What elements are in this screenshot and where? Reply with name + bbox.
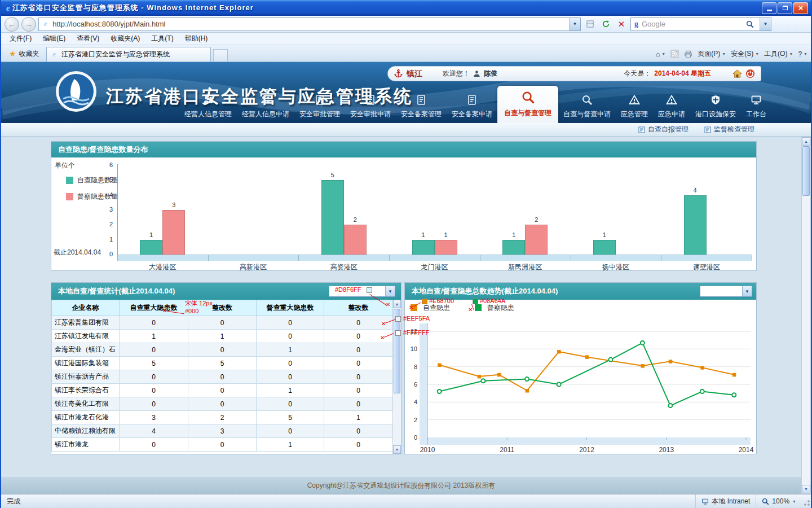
legend-swatch-self: [411, 304, 417, 311]
nav-item-selfcheck-supervision-mgmt[interactable]: 自查与督查管理: [497, 86, 558, 123]
nav-label: 安全审批管理: [299, 110, 340, 119]
bar-value-label: 1: [435, 231, 457, 238]
minimize-button[interactable]: [762, 2, 776, 14]
subnav-label: 自查自报管理: [648, 125, 689, 134]
people-icon: [202, 94, 214, 107]
scroll-down-icon[interactable]: ▼: [393, 445, 401, 454]
cell-value: 5: [188, 357, 257, 370]
home-button[interactable]: ⌂▼: [656, 50, 665, 58]
table-row[interactable]: 镇江奇美化工有限0000: [52, 397, 393, 411]
chevron-down-icon[interactable]: ▼: [742, 286, 752, 296]
date-label: 今天是：: [624, 69, 651, 78]
table-row[interactable]: 镇江市港龙0010: [52, 438, 393, 452]
subnav-item-self-report-mgmt[interactable]: 自查自报管理: [638, 125, 689, 134]
table-row[interactable]: 中储粮镇江粮油有限4300: [52, 424, 393, 438]
nav-label: 经营人信息申请: [242, 110, 289, 119]
menu-help[interactable]: 帮助(H): [180, 33, 213, 45]
logout-power-icon[interactable]: [745, 69, 755, 78]
page-scrollbar[interactable]: ▲ ▼: [801, 137, 811, 494]
nav-item-emergency-mgmt[interactable]: 应急管理: [616, 91, 653, 123]
nav-item-workbench[interactable]: 工作台: [741, 91, 771, 123]
table-row[interactable]: 镇江恒泰沥青产品0000: [52, 370, 393, 384]
search-dropdown-button[interactable]: ▼: [760, 18, 771, 30]
y-tick-label: 0: [99, 251, 113, 257]
page-menu-button[interactable]: 页面(P)▼: [698, 49, 726, 59]
page-footer: Copyright@江苏省交通规划设计院股份有限公司 2013版权所有: [1, 477, 801, 494]
address-field[interactable]: e http://localhost:8080/yjpt/Main.html ▼: [38, 17, 581, 31]
page-favicon-icon: e: [42, 20, 49, 28]
bar-panel-title: 自查隐患/督查隐患数量分布: [58, 144, 148, 155]
stop-button[interactable]: ✕: [615, 17, 628, 31]
compatibility-view-button[interactable]: [583, 17, 597, 31]
svg-text:10: 10: [411, 345, 417, 352]
safety-menu-button[interactable]: 安全(S)▼: [731, 49, 759, 59]
nav-item-port-facility-security[interactable]: 港口设施保安: [690, 91, 741, 123]
grid-doc-icon: [638, 126, 645, 133]
warning-triangle-icon: [666, 94, 677, 107]
nav-item-operator-info-mgmt[interactable]: 经营人信息管理: [179, 91, 237, 123]
help-menu-button[interactable]: ?▼: [798, 50, 807, 58]
refresh-button[interactable]: [599, 17, 612, 31]
zoom-level: 100%: [772, 497, 789, 505]
chevron-down-icon[interactable]: ▼: [385, 286, 395, 296]
nav-item-selfcheck-supervision-apply[interactable]: 自查与督查申请: [558, 91, 616, 123]
menu-view[interactable]: 查看(V): [72, 33, 104, 45]
search-submit-button[interactable]: [744, 18, 756, 30]
new-tab-button[interactable]: [213, 49, 228, 62]
app-header: 江苏省港口安全监管与应急管理系统 镇江 欢迎您！ 陈俊 今天是： 2014-04…: [1, 62, 811, 123]
nav-item-safety-approval-mgmt[interactable]: 安全审批管理: [294, 91, 345, 123]
svg-text:2: 2: [414, 417, 417, 423]
svg-text:2014: 2014: [739, 446, 754, 454]
rss-feed-icon[interactable]: [670, 50, 679, 58]
close-button[interactable]: ×: [793, 2, 808, 14]
tab-active[interactable]: e 江苏省港口安全监管与应急管理系统: [46, 47, 211, 62]
nav-item-safety-record-apply[interactable]: 安全备案申请: [447, 91, 497, 123]
table-row[interactable]: 镇江港国际集装箱5500: [52, 357, 393, 370]
restore-button[interactable]: [778, 2, 792, 14]
scroll-down-icon[interactable]: ▼: [802, 485, 810, 493]
table-panel-header: 本地自查/督查统计(截止2014.04.04) ▼: [51, 283, 401, 300]
resize-grip[interactable]: [802, 494, 811, 508]
menu-edit[interactable]: 编辑(E): [38, 33, 70, 45]
table-panel-title: 本地自查/督查统计(截止2014.04.04): [58, 286, 175, 296]
table-row[interactable]: 江苏索普集团有限0000: [52, 316, 393, 330]
nav-item-safety-approval-apply[interactable]: 安全审批申请: [345, 91, 396, 123]
favorites-button[interactable]: ★ 收藏夹: [5, 47, 44, 60]
address-dropdown-button[interactable]: ▼: [569, 18, 580, 30]
user-name[interactable]: 陈俊: [484, 69, 497, 78]
table-row[interactable]: 镇江市港龙石化港3251: [52, 411, 393, 424]
nav-item-safety-record-mgmt[interactable]: 安全备案管理: [396, 91, 447, 123]
scroll-up-icon[interactable]: ▲: [393, 300, 401, 308]
portal-home-icon[interactable]: [732, 69, 742, 78]
subnav-item-supervision-check-mgmt[interactable]: 监督检查管理: [704, 125, 754, 134]
scroll-thumb[interactable]: [802, 146, 810, 196]
menu-tools[interactable]: 工具(T): [146, 33, 178, 45]
tools-menu-button[interactable]: 工具(O)▼: [764, 49, 793, 59]
stats-table-panel: 本地自查/督查统计(截止2014.04.04) ▼ 企业名称 自查重大隐患数 整…: [51, 282, 401, 454]
scroll-up-icon[interactable]: ▲: [802, 137, 810, 146]
print-icon[interactable]: [684, 50, 692, 58]
bar-self: [684, 195, 707, 255]
nav-item-emergency-apply[interactable]: 应急申请: [653, 91, 690, 123]
page-content: 自查隐患/督查隐患数量分布 单位个 自查隐患数量 督察隐患数量 截止2014.0…: [1, 137, 811, 494]
status-zoom[interactable]: 100% ▼: [756, 494, 802, 508]
table-row[interactable]: 镇江李长荣综合石0010: [52, 384, 393, 397]
back-button[interactable]: ←: [5, 17, 19, 32]
menu-favorites[interactable]: 收藏夹(A): [105, 33, 145, 45]
table-filter-select[interactable]: ▼: [329, 286, 395, 297]
table-row[interactable]: 江苏镇江发电有限1100: [52, 330, 393, 343]
line-filter-select[interactable]: ▼: [700, 286, 752, 297]
cell-company-name: 金海宏业（镇江）石: [52, 343, 120, 357]
shield-icon: [710, 94, 721, 107]
favorites-label: 收藏夹: [19, 49, 39, 59]
table-row[interactable]: 金海宏业（镇江）石0010: [52, 343, 393, 357]
forward-button[interactable]: →: [21, 17, 36, 32]
scroll-thumb[interactable]: [394, 309, 400, 393]
menu-file[interactable]: 文件(F): [5, 33, 37, 45]
nav-label: 安全备案管理: [401, 110, 442, 119]
nav-item-operator-info-apply[interactable]: 经营人信息申请: [237, 91, 294, 123]
search-box[interactable]: g Google ▼: [630, 17, 771, 31]
table-scrollbar[interactable]: ▲ ▼: [392, 300, 401, 454]
nav-label: 工作台: [746, 110, 766, 119]
cell-value: 1: [257, 343, 324, 357]
